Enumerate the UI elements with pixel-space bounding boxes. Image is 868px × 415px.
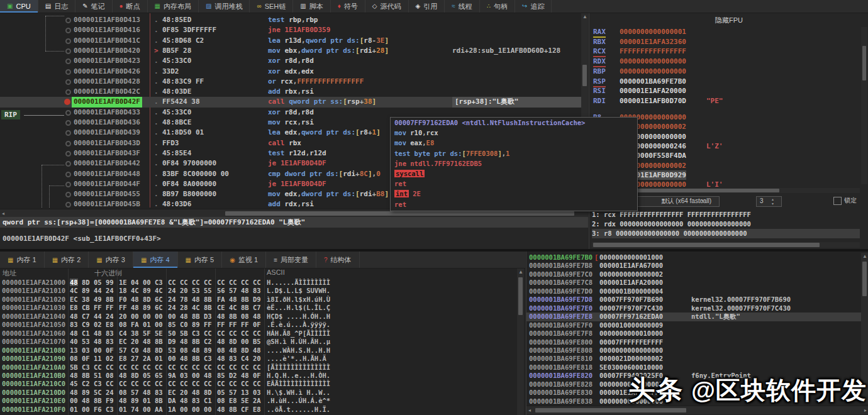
dump-row[interactable]: 000001E1AFA210A05B C3 CC CCCC CC CC CCCC… [0, 363, 525, 372]
dump-tab-局部变量[interactable]: ≡局部变量 [266, 252, 316, 268]
scroll-left-icon[interactable]: ◂ [2, 211, 4, 216]
breakpoint-bullet[interactable] [65, 58, 71, 64]
breakpoint-bullet[interactable] [65, 69, 71, 75]
dump-row[interactable]: 000001E1AFA2100048 8D 05 991E 04 00 C3CC… [0, 279, 525, 287]
scroll-up-icon[interactable]: ▲ [518, 270, 523, 275]
scroll-right-icon[interactable]: ▸ [864, 408, 867, 413]
breakpoint-bullet[interactable] [65, 161, 71, 167]
argument-row[interactable]: 1: rcx FFFFFFFFFFFFFFFF FFFFFFFFFFFFFFFF [592, 210, 860, 219]
breakpoint-bullet[interactable] [65, 48, 71, 54]
tab-SEH链[interactable]: ∞SEH链 [250, 0, 293, 13]
register-row[interactable]: RBX000001E1AFA32360 [589, 37, 860, 47]
hide-fpu-button[interactable]: 隐藏FPU [589, 16, 868, 25]
stack-row[interactable]: 0000001BA69FE7E800007FF97162EDA0ntdll."L… [526, 313, 868, 321]
breakpoint-bullet[interactable] [65, 130, 71, 136]
register-row[interactable]: RBP0000000000000000 [589, 67, 860, 76]
dump-row[interactable]: 000001E1AFA210104C 89 44 2418 4C 89 4C24… [0, 287, 525, 295]
dump-tab-结构体[interactable]: ?结构体 [316, 252, 360, 268]
dump-tab-内存 2[interactable]: ▦内存 2 [45, 252, 89, 268]
breakpoint-bullet[interactable] [65, 18, 71, 23]
breakpoint-bullet[interactable] [65, 38, 71, 44]
stack-row[interactable]: 0000001BA69FE8080000000000000000 [526, 346, 868, 355]
registers-vscrollbar[interactable] [861, 27, 867, 184]
stack-row[interactable]: 0000001BA69FE7D800007FF970F7B690kernel32… [526, 296, 868, 304]
stack-row[interactable]: 0000001BA69FE7F80000000000010000 [526, 329, 868, 338]
stack-row[interactable]: 0000001BA69FE7B8000001E1AFA67000 [526, 262, 868, 270]
lock-checkbox[interactable] [833, 197, 842, 205]
dump-row[interactable]: 000001E1AFA2105083 C9 02 E808 FA 01 0085… [0, 321, 525, 329]
breakpoint-bullet[interactable] [65, 182, 71, 187]
breakpoint-bullet[interactable] [65, 172, 71, 177]
dump-row[interactable]: 000001E1AFA21020EC 38 49 8BF0 48 8D 6C24… [0, 296, 525, 304]
disasm-row[interactable]: 000001E1AFB0D413.48:85EDtest rbp,rbp [0, 15, 588, 25]
register-row[interactable]: RCXFFFFFFFFFFFFFFFF [589, 47, 860, 56]
dump-row[interactable]: 000001E1AFA2106048 C1 48 83C4 38 5F 5E50… [0, 329, 525, 338]
tab-日志[interactable]: ▤日志 [38, 0, 75, 13]
breakpoint-bullet[interactable] [65, 28, 71, 33]
argument-row[interactable]: 3: r8 0000000000000000 0000000000000000 [592, 229, 860, 238]
stack-row[interactable]: 0000001BA69FE80000007FFFFFFEFFFF [526, 338, 868, 346]
tab-源代码[interactable]: ◇源代码 [365, 0, 409, 13]
stack-row[interactable]: 0000001BA69FE7B0[0000000000001000 [526, 253, 868, 262]
register-row[interactable]: RSI000001E1AFA20000 [589, 86, 860, 96]
breakpoint-bullet[interactable] [65, 202, 71, 208]
stack-row[interactable]: 0000001BA69FE8100000021D00000002 [526, 355, 868, 363]
registers-hscrollbar[interactable] [633, 188, 860, 193]
scroll-left-icon[interactable]: ◂ [528, 408, 531, 413]
dump-tab-监视 1[interactable]: ◉监视 1 [222, 252, 266, 268]
disasm-row[interactable]: 000001E1AFB0D423.45:33C0xor r8d,r8d [0, 56, 588, 66]
tab-调用堆栈[interactable]: ▨调用堆栈 [199, 0, 250, 13]
disasm-row[interactable]: 000001E1AFB0D428.48:83C9 FFor rcx,FFFFFF… [0, 77, 588, 87]
args-hscrollbar[interactable] [592, 242, 860, 248]
disasm-row[interactable]: 000001E1AFB0D426.33D2xor edx,edx [0, 67, 588, 77]
register-row[interactable]: RSP0000001BA69FE7B0 [589, 77, 860, 86]
argument-row[interactable]: 2: rdx 0000000000000000 0000000000000000 [592, 219, 860, 229]
disasm-row[interactable]: 000001E1AFB0D41C.45:8D68 C2lea r13d,qwor… [0, 36, 588, 46]
tab-断点[interactable]: ●断点 [113, 0, 148, 13]
dump-row[interactable]: 000001E1AFA210E000 48 8B F948 89 01 8BDA… [0, 397, 525, 405]
dump-row[interactable]: 000001E1AFA210B048 8B 51 0848 8D 05 659A… [0, 372, 525, 380]
dump-vscrollbar[interactable]: ▲ [517, 268, 524, 415]
disasm-row[interactable]: 000001E1AFB0D42F.FF5424 38call qword ptr… [0, 97, 588, 107]
tab-脚本[interactable]: ▥脚本 [293, 0, 330, 13]
stack-row[interactable]: 0000001BA69FE7C00000000000000002 [526, 270, 868, 279]
disasm-row[interactable]: 000001E1AFB0D416.0F85 3DFFFFFFjne 1E1AFB… [0, 25, 588, 35]
breakpoint-bullet[interactable] [65, 79, 71, 85]
breakpoint-bullet[interactable] [65, 120, 71, 126]
dump-row[interactable]: 000001E1AFA2109008 0F 11 02E8 27 2A 0100… [0, 355, 525, 363]
dump-row[interactable]: 000001E1AFA210C045 C2 C3 CCCC CC CC CCCC… [0, 380, 525, 388]
register-row[interactable]: RAX0000000000000001 [589, 27, 860, 36]
disasm-row[interactable]: 000001E1AFB0D433.45:33C0xor r8d,r8d [0, 108, 588, 118]
dump-row[interactable]: 000001E1AFA2107040 53 48 83EC 20 48 8BD9… [0, 338, 525, 346]
breakpoint-bullet[interactable] [65, 151, 71, 157]
dump-row[interactable]: 000001E1AFA210D048 89 5C 2408 57 48 83EC… [0, 389, 525, 397]
scroll-up-icon[interactable]: ▲ [582, 14, 587, 19]
tab-内存布局[interactable]: ▦内存布局 [148, 0, 199, 13]
stack-row[interactable]: 0000001BA69FE7E000007FF970F7C430kernel32… [526, 304, 868, 313]
dump-tab-内存 3[interactable]: ▦内存 3 [89, 252, 133, 268]
dump-row[interactable]: 000001E1AFA210F001 00 F6 C301 74 00 AA1A… [0, 406, 525, 414]
breakpoint-bullet[interactable] [65, 110, 71, 116]
tab-符号[interactable]: ♦符号 [331, 0, 365, 13]
dump-row[interactable]: 000001E1AFA21030E8 CB FF FFFF 48 89 6C24… [0, 304, 525, 312]
breakpoint-bullet[interactable] [65, 192, 71, 197]
disasm-row[interactable]: 000001E1AFB0D420>8B5F 28mov ebx,dword pt… [0, 46, 588, 56]
dump-tab-内存 1[interactable]: ▦内存 1 [0, 252, 45, 268]
dump-row[interactable]: 000001E1AFA2108013 03 00 0F57 C0 48 8D53… [0, 346, 525, 355]
scroll-up-icon[interactable]: ▲ [862, 254, 867, 259]
disasm-row[interactable]: 000001E1AFB0D42C.48:03DEadd rbx,rsi [0, 87, 588, 97]
tab-笔记[interactable]: ✎笔记 [75, 0, 112, 13]
tab-引用[interactable]: ◈引用 [409, 0, 445, 13]
register-row[interactable]: RDI000001E1AFB0D70D"PE" [589, 96, 860, 106]
breakpoint-bullet[interactable] [65, 141, 71, 147]
breakpoint-rip-dot[interactable] [64, 99, 70, 105]
stack-row[interactable]: 0000001BA69FE7C8000001E1AFA20000 [526, 279, 868, 287]
register-row[interactable]: RDX0000000000000000 [589, 57, 860, 66]
tab-线程[interactable]: ≈线程 [445, 0, 480, 13]
tab-句柄[interactable]: ∴句柄 [480, 0, 515, 13]
stack-row[interactable]: 0000001BA69FE8185E03000600010000 [526, 363, 868, 372]
tab-CPU[interactable]: ▣CPU [0, 0, 38, 13]
tab-追踪[interactable]: ↪追踪 [515, 0, 552, 13]
dump-row[interactable]: 000001E1AFA2104048 C7 44 2420 00 00 0000… [0, 313, 525, 321]
stack-row[interactable]: 0000001BA69FE7D00000001B00000004 [526, 287, 868, 296]
